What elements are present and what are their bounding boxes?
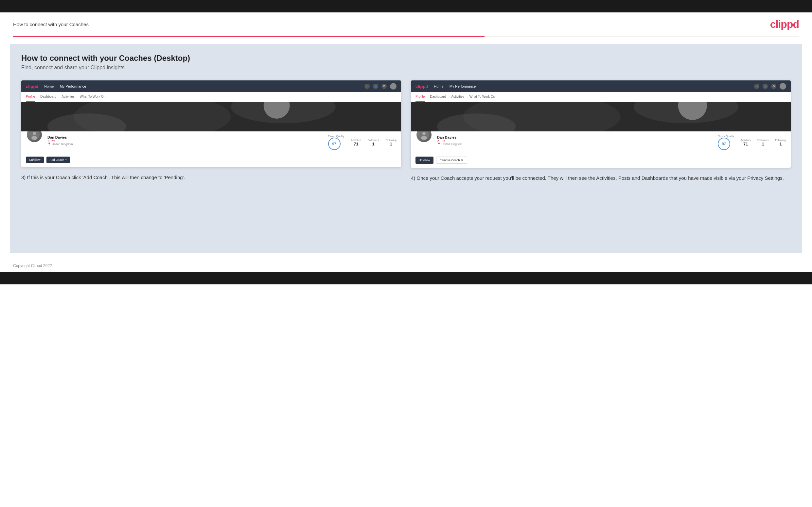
left-mockup-nav: clippd Home My Performance ⌕ 👤 ⚙	[21, 80, 401, 92]
svg-point-14	[422, 132, 426, 135]
right-followers-stat: Followers 1	[757, 138, 768, 147]
left-quality-circle: 97	[328, 137, 341, 150]
left-avatar-icon	[390, 83, 397, 90]
right-bell-icon: ⚙	[771, 84, 776, 89]
left-nav-myperformance: My Performance	[60, 84, 86, 88]
copyright-text: Copyright Clippd 2022	[13, 264, 52, 268]
header-divider	[13, 36, 799, 37]
left-column: clippd Home My Performance ⌕ 👤 ⚙ Profile…	[21, 80, 401, 181]
footer: Copyright Clippd 2022	[0, 260, 812, 272]
left-quality-stat: Player Quality 97	[328, 135, 345, 150]
right-tab-whattworkon[interactable]: What To Work On	[469, 92, 495, 102]
right-profile-info: Dan Davies ✔ Pro 📍 United Kingdom	[437, 135, 713, 146]
right-mockup-tabs: Profile Dashboard Activities What To Wor…	[411, 92, 791, 102]
svg-point-6	[33, 132, 36, 135]
left-user-icon: 👤	[373, 84, 378, 89]
right-mockup-nav: clippd Home My Performance ⌕ 👤 ⚙	[411, 80, 791, 92]
left-tab-profile[interactable]: Profile	[26, 92, 35, 102]
left-player-badge: ✔ Pro	[47, 139, 323, 143]
left-following-stat: Following 1	[386, 138, 397, 147]
right-quality-stat: Player Quality 97	[718, 135, 734, 150]
right-search-icon: ⌕	[754, 84, 759, 89]
left-nav-home: Home	[44, 84, 54, 88]
left-mockup-stats: Player Quality 97 Activities 71 Follower…	[328, 135, 397, 150]
right-mockup-logo: clippd	[415, 84, 428, 89]
top-bar	[0, 0, 812, 12]
bottom-bar	[0, 272, 812, 284]
right-remove-coach-button[interactable]: Remove Coach ✕	[436, 157, 467, 164]
left-tab-activities[interactable]: Activities	[61, 92, 74, 102]
svg-point-15	[421, 136, 427, 140]
plus-icon: +	[65, 158, 67, 162]
left-search-icon: ⌕	[364, 84, 370, 89]
right-player-name: Dan Davies	[437, 135, 713, 139]
right-column: clippd Home My Performance ⌕ 👤 ⚙ Profile…	[411, 80, 791, 182]
step-4-description: 4) Once your Coach accepts your request …	[411, 174, 791, 182]
left-tab-dashboard[interactable]: Dashboard	[40, 92, 56, 102]
left-mockup-hero	[21, 102, 401, 131]
svg-point-7	[32, 136, 37, 140]
page-heading: How to connect with your Coaches (Deskto…	[21, 54, 791, 63]
right-mockup-profile: Dan Davies ✔ Pro 📍 United Kingdom Player…	[411, 131, 791, 155]
right-player-location: 📍 United Kingdom	[437, 143, 713, 146]
right-player-badge: ✔ Pro	[437, 139, 713, 143]
right-mockup-buttons: Unfollow Remove Coach ✕	[411, 155, 791, 168]
left-nav-icons: ⌕ 👤 ⚙	[364, 83, 397, 90]
left-activities-stat: Activities 71	[351, 138, 361, 147]
left-mockup-tabs: Profile Dashboard Activities What To Wor…	[21, 92, 401, 102]
left-followers-stat: Followers 1	[368, 138, 379, 147]
clippd-logo: clippd	[770, 18, 799, 31]
left-profile-info: Dan Davies ✔ Pro 📍 United Kingdom	[47, 135, 323, 146]
page-subheading: Find, connect and share your Clippd insi…	[21, 65, 791, 71]
main-content: How to connect with your Coaches (Deskto…	[10, 44, 802, 253]
right-tab-dashboard[interactable]: Dashboard	[430, 92, 446, 102]
right-unfollow-button[interactable]: Unfollow	[415, 157, 434, 164]
left-add-coach-button[interactable]: Add Coach +	[46, 157, 70, 163]
header: How to connect with your Coaches clippd	[0, 12, 812, 36]
right-nav-icons: ⌕ 👤 ⚙	[754, 83, 786, 90]
columns: clippd Home My Performance ⌕ 👤 ⚙ Profile…	[21, 80, 791, 182]
left-mockup-buttons: Unfollow Add Coach +	[21, 155, 401, 167]
right-nav-home: Home	[434, 84, 443, 88]
left-mockup-logo: clippd	[26, 84, 38, 89]
right-nav-myperformance: My Performance	[450, 84, 476, 88]
right-tab-profile[interactable]: Profile	[415, 92, 425, 102]
close-icon: ✕	[461, 159, 464, 162]
step-3-description: 3) If this is your Coach click 'Add Coac…	[21, 174, 401, 181]
right-activities-stat: Activities 71	[740, 138, 751, 147]
left-tab-whattworkon[interactable]: What To Work On	[80, 92, 106, 102]
right-tab-activities[interactable]: Activities	[451, 92, 464, 102]
right-mockup-hero	[411, 102, 791, 131]
left-mockup: clippd Home My Performance ⌕ 👤 ⚙ Profile…	[21, 80, 401, 167]
right-quality-circle: 97	[718, 137, 730, 150]
header-title: How to connect with your Coaches	[13, 21, 89, 27]
right-mockup-stats: Player Quality 97 Activities 71 Follower…	[718, 135, 786, 150]
left-player-name: Dan Davies	[47, 135, 323, 139]
left-bell-icon: ⚙	[382, 84, 387, 89]
left-player-location: 📍 United Kingdom	[47, 143, 323, 146]
right-user-icon: 👤	[763, 84, 768, 89]
left-unfollow-button[interactable]: Unfollow	[26, 157, 44, 163]
right-mockup: clippd Home My Performance ⌕ 👤 ⚙ Profile…	[411, 80, 791, 168]
left-mockup-profile: Dan Davies ✔ Pro 📍 United Kingdom Player…	[21, 131, 401, 155]
right-avatar-icon	[779, 83, 786, 90]
right-following-stat: Following 1	[775, 138, 786, 147]
